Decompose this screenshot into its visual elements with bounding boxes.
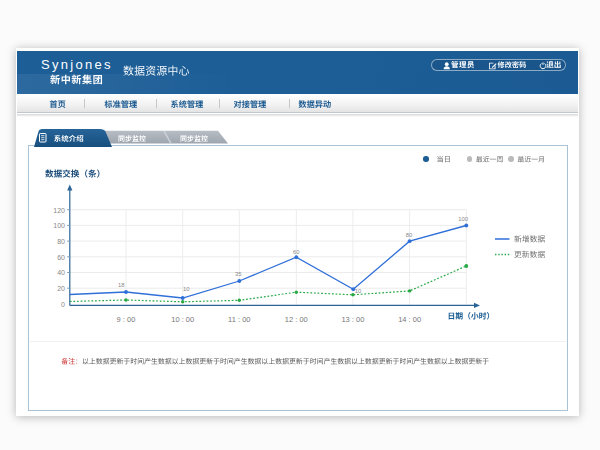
svg-text:80: 80 — [57, 237, 65, 244]
svg-text:60: 60 — [57, 253, 65, 260]
svg-text:100: 100 — [53, 222, 65, 229]
svg-text:18: 18 — [118, 281, 124, 287]
svg-text:60: 60 — [293, 248, 299, 254]
svg-text:9 : 00: 9 : 00 — [117, 315, 136, 324]
svg-text:10 : 00: 10 : 00 — [171, 315, 194, 324]
svg-text:10: 10 — [183, 286, 189, 292]
svg-text:80: 80 — [406, 232, 412, 238]
svg-text:11 : 00: 11 : 00 — [228, 315, 250, 324]
svg-text:20: 20 — [57, 285, 65, 292]
svg-text:12 : 00: 12 : 00 — [285, 315, 308, 324]
svg-text:100: 100 — [458, 216, 468, 222]
svg-text:13 : 00: 13 : 00 — [341, 315, 364, 324]
svg-text:120: 120 — [53, 206, 65, 213]
svg-text:14 : 00: 14 : 00 — [398, 315, 421, 324]
svg-text:10: 10 — [355, 288, 361, 294]
svg-text:0: 0 — [61, 300, 65, 307]
svg-text:35: 35 — [235, 271, 241, 277]
svg-text:40: 40 — [57, 269, 65, 276]
